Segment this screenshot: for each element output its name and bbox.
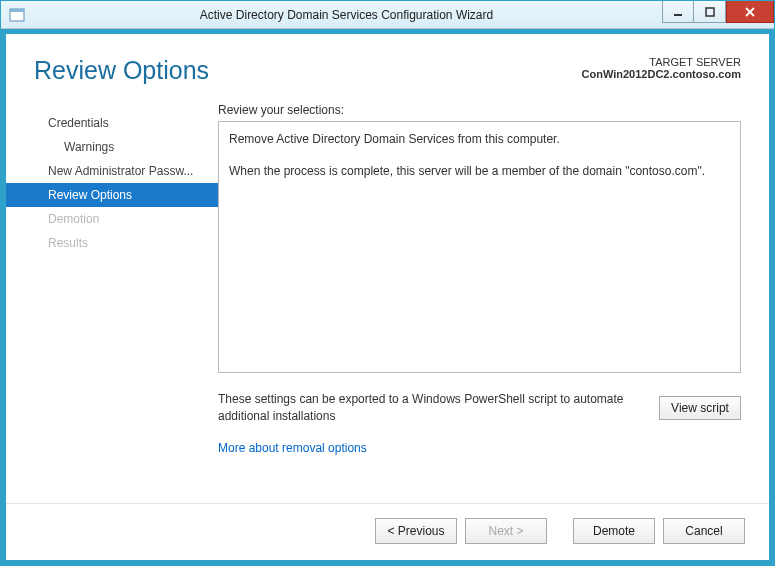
sidebar-item-demotion: Demotion [6, 207, 218, 231]
svg-rect-1 [10, 9, 24, 12]
titlebar[interactable]: Active Directory Domain Services Configu… [1, 1, 774, 29]
minimize-icon [673, 7, 683, 17]
footer: < Previous Next > Demote Cancel [6, 503, 769, 560]
minimize-button[interactable] [662, 1, 694, 23]
content: Review Options TARGET SERVER ConWin2012D… [6, 34, 769, 560]
review-line: Remove Active Directory Domain Services … [229, 130, 730, 148]
view-script-button[interactable]: View script [659, 396, 741, 420]
target-server-block: TARGET SERVER ConWin2012DC2.contoso.com [582, 56, 741, 80]
window: Active Directory Domain Services Configu… [0, 0, 775, 566]
main-pane: Review your selections: Remove Active Di… [218, 103, 741, 503]
export-description: These settings can be exported to a Wind… [218, 391, 649, 425]
export-row: These settings can be exported to a Wind… [218, 391, 741, 425]
review-textbox[interactable]: Remove Active Directory Domain Services … [218, 121, 741, 373]
review-line: When the process is complete, this serve… [229, 162, 730, 180]
header: Review Options TARGET SERVER ConWin2012D… [6, 34, 769, 93]
demote-button[interactable]: Demote [573, 518, 655, 544]
sidebar-item-review-options[interactable]: Review Options [6, 183, 218, 207]
next-button: Next > [465, 518, 547, 544]
page-title: Review Options [34, 56, 209, 85]
svg-rect-3 [706, 8, 714, 16]
app-icon [9, 7, 25, 23]
window-title: Active Directory Domain Services Configu… [31, 8, 662, 22]
window-controls [662, 1, 774, 28]
close-button[interactable] [726, 1, 774, 23]
svg-rect-2 [674, 14, 682, 16]
maximize-button[interactable] [694, 1, 726, 23]
sidebar: Credentials Warnings New Administrator P… [6, 103, 218, 503]
sidebar-item-credentials[interactable]: Credentials [6, 111, 218, 135]
sidebar-item-new-admin-password[interactable]: New Administrator Passw... [6, 159, 218, 183]
review-section-label: Review your selections: [218, 103, 741, 117]
previous-button[interactable]: < Previous [375, 518, 457, 544]
body-row: Credentials Warnings New Administrator P… [6, 93, 769, 503]
content-frame: Review Options TARGET SERVER ConWin2012D… [1, 29, 774, 565]
maximize-icon [705, 7, 715, 17]
sidebar-item-results: Results [6, 231, 218, 255]
sidebar-item-warnings[interactable]: Warnings [6, 135, 218, 159]
close-icon [744, 6, 756, 18]
cancel-button[interactable]: Cancel [663, 518, 745, 544]
target-server-label: TARGET SERVER [582, 56, 741, 68]
more-about-removal-link[interactable]: More about removal options [218, 441, 741, 455]
target-server-name: ConWin2012DC2.contoso.com [582, 68, 741, 80]
